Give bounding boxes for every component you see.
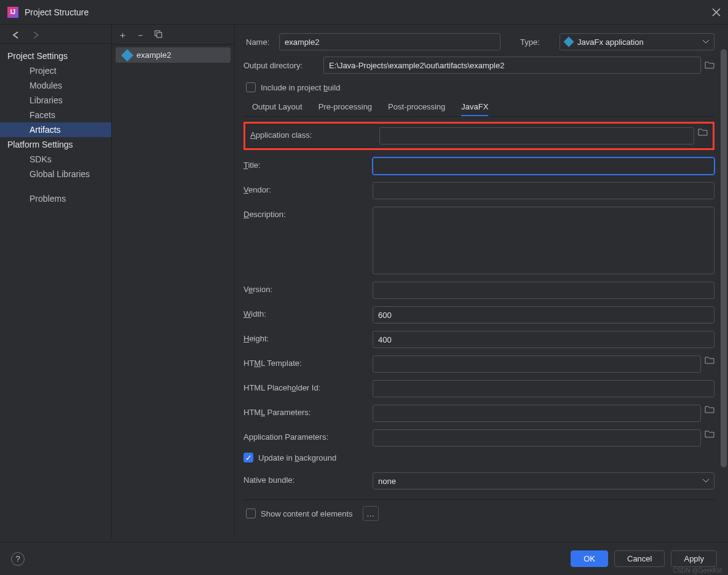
app-class-input[interactable] <box>379 127 694 145</box>
back-icon[interactable] <box>11 31 22 39</box>
description-input[interactable] <box>373 207 714 274</box>
show-content-more-button[interactable]: … <box>363 506 379 521</box>
version-input[interactable] <box>373 282 714 299</box>
browse-folder-icon[interactable] <box>705 60 714 71</box>
forward-icon <box>31 31 42 39</box>
app-params-label: Application Parameters: <box>243 429 373 442</box>
tab-output-layout[interactable]: Output Layout <box>252 98 303 116</box>
app-class-highlight: Application class: <box>243 122 714 150</box>
app-params-input[interactable] <box>373 429 701 446</box>
window-title: Project Structure <box>25 7 712 17</box>
name-label: Name: <box>243 38 279 47</box>
tab-javafx[interactable]: JavaFX <box>461 98 488 116</box>
sidebar-item-sdks[interactable]: SDKs <box>0 152 111 167</box>
update-background-label: Update in background <box>258 453 336 462</box>
height-label: Height: <box>243 331 373 343</box>
remove-icon[interactable]: － <box>136 30 145 39</box>
title-input[interactable] <box>373 157 714 175</box>
html-placeholder-input[interactable] <box>373 380 714 397</box>
sidebar-item-facets[interactable]: Facets <box>0 108 111 122</box>
sidebar-item-project[interactable]: Project <box>0 63 111 78</box>
title-label: Title: <box>243 157 373 170</box>
tab-pre-processing[interactable]: Pre-processing <box>318 98 372 116</box>
type-select[interactable]: JavaFx application <box>560 33 714 50</box>
svg-rect-1 <box>157 33 162 38</box>
include-build-checkbox[interactable] <box>246 82 256 92</box>
project-settings-heading: Project Settings <box>0 49 111 63</box>
chevron-down-icon <box>703 479 709 483</box>
type-label: Type: <box>518 38 553 47</box>
height-input[interactable] <box>373 331 714 348</box>
output-dir-label: Output directory: <box>243 61 323 70</box>
sidebar-item-global-libraries[interactable]: Global Libraries <box>0 167 111 181</box>
description-label: Description: <box>243 207 373 219</box>
native-bundle-select[interactable]: none <box>373 472 714 490</box>
html-params-input[interactable] <box>373 405 701 422</box>
browse-template-icon[interactable] <box>705 355 714 373</box>
vendor-label: Vendor: <box>243 182 373 194</box>
native-bundle-value: none <box>378 477 396 486</box>
app-logo: IJ <box>7 7 18 18</box>
native-bundle-label: Native bundle: <box>243 472 373 485</box>
add-icon[interactable]: ＋ <box>118 30 127 39</box>
help-button[interactable]: ? <box>11 552 25 566</box>
ok-button[interactable]: OK <box>571 550 608 567</box>
version-label: Version: <box>243 282 373 294</box>
close-icon[interactable] <box>712 8 721 17</box>
sidebar-item-problems[interactable]: Problems <box>0 191 111 206</box>
name-input[interactable] <box>279 33 501 50</box>
tab-post-processing[interactable]: Post-processing <box>388 98 445 116</box>
width-label: Width: <box>243 306 373 319</box>
app-class-label: Application class: <box>250 127 379 140</box>
update-background-checkbox[interactable]: ✓ <box>243 453 253 462</box>
browse-html-params-icon[interactable] <box>705 405 714 422</box>
scrollbar[interactable] <box>721 49 727 492</box>
html-params-label: HTML Parameters: <box>243 405 373 417</box>
javafx-icon <box>564 37 574 47</box>
type-value: JavaFx application <box>577 38 644 47</box>
copy-icon[interactable] <box>154 30 162 39</box>
artifact-label: example2 <box>136 50 171 60</box>
html-template-input[interactable] <box>373 355 701 373</box>
platform-settings-heading: Platform Settings <box>0 137 111 152</box>
watermark: CSDN @GeekKid <box>673 567 722 574</box>
sidebar-item-libraries[interactable]: Libraries <box>0 93 111 108</box>
sidebar-item-artifacts[interactable]: Artifacts <box>0 122 111 137</box>
html-placeholder-label: HTML Placeholder Id: <box>243 380 373 392</box>
apply-button[interactable]: Apply <box>671 550 717 567</box>
show-content-label: Show content of elements <box>261 509 353 518</box>
javafx-icon <box>121 49 133 61</box>
browse-app-params-icon[interactable] <box>705 429 714 446</box>
output-dir-input[interactable] <box>323 57 701 74</box>
width-input[interactable] <box>373 306 714 323</box>
include-build-label: Include in project build <box>261 83 340 92</box>
sidebar-item-modules[interactable]: Modules <box>0 78 111 93</box>
html-template-label: HTML Template: <box>243 355 373 368</box>
cancel-button[interactable]: Cancel <box>614 550 665 567</box>
chevron-down-icon <box>703 40 709 44</box>
show-content-checkbox[interactable] <box>246 509 256 518</box>
browse-class-icon[interactable] <box>698 127 708 145</box>
artifact-list-item[interactable]: example2 <box>116 47 231 63</box>
vendor-input[interactable] <box>373 182 714 199</box>
